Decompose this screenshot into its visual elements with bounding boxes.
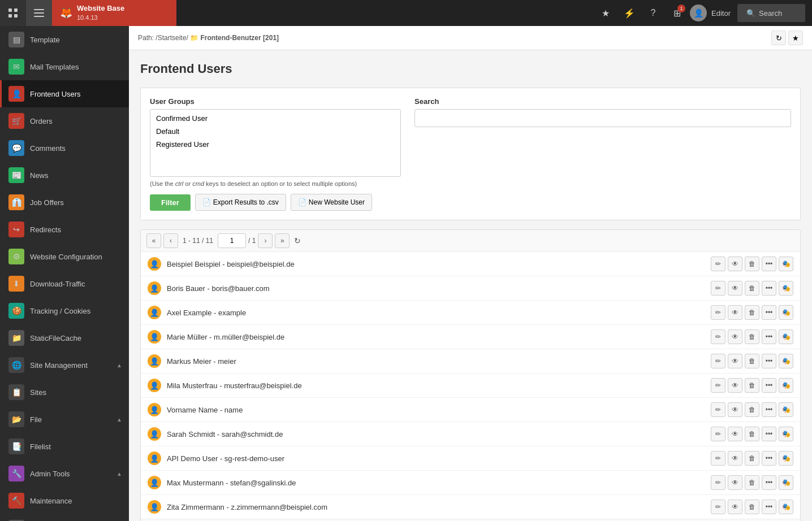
sidebar-item-download-traffic[interactable]: ⬇ Download-Traffic (0, 270, 129, 297)
search-bar[interactable]: 🔍 Search (737, 4, 805, 22)
edit-button[interactable]: ✏ (711, 475, 725, 490)
search-input[interactable] (414, 109, 791, 127)
sidebar-item-filelist[interactable]: 📑 Filelist (0, 433, 129, 460)
impersonate-button[interactable]: 🎭 (779, 427, 793, 441)
sidebar-item-job-offers[interactable]: 👔 Job Offers (0, 189, 129, 216)
sidebar-item-frontend-users[interactable]: 👤 Frontend Users (0, 80, 129, 107)
avatar[interactable]: 👤 (690, 5, 707, 21)
impersonate-button[interactable]: 🎭 (779, 378, 793, 393)
user-groups-select[interactable]: Confirmed User Default Registered User (150, 109, 401, 177)
view-button[interactable]: 👁 (728, 475, 742, 490)
new-user-button[interactable]: 📄 New Website User (291, 194, 372, 211)
edit-button[interactable]: ✏ (711, 500, 725, 514)
edit-button[interactable]: ✏ (711, 281, 725, 296)
view-button[interactable]: 👁 (728, 281, 742, 296)
prev-page-button[interactable]: ‹ (163, 233, 178, 248)
notifications-button[interactable]: ⊞ 1 (666, 2, 688, 24)
more-button[interactable]: ••• (762, 329, 776, 344)
sidebar-item-orders[interactable]: 🛒 Orders (0, 107, 129, 134)
view-button[interactable]: 👁 (728, 451, 742, 466)
delete-button[interactable]: 🗑 (745, 475, 759, 490)
impersonate-button[interactable]: 🎭 (779, 500, 793, 514)
more-button[interactable]: ••• (762, 257, 776, 271)
flash-button[interactable]: ⚡ (619, 2, 640, 24)
sidebar-item-website-configuration[interactable]: ⚙ Website Configuration (0, 243, 129, 270)
table-refresh-button[interactable]: ↻ (294, 236, 301, 245)
view-button[interactable]: 👁 (728, 378, 742, 393)
edit-button[interactable]: ✏ (711, 305, 725, 320)
view-button[interactable]: 👁 (728, 329, 742, 344)
sidebar-item-maintenance[interactable]: 🔨 Maintenance (0, 487, 129, 514)
apps-button[interactable] (0, 0, 26, 26)
help-button[interactable]: ? (642, 2, 664, 24)
impersonate-button[interactable]: 🎭 (779, 257, 793, 271)
bookmark-button[interactable]: ★ (788, 31, 803, 45)
group-option-confirmed[interactable]: Confirmed User (153, 112, 398, 125)
delete-button[interactable]: 🗑 (745, 378, 759, 393)
sidebar-item-redirects[interactable]: ↪ Redirects (0, 216, 129, 243)
delete-button[interactable]: 🗑 (745, 402, 759, 417)
delete-button[interactable]: 🗑 (745, 281, 759, 296)
group-option-default[interactable]: Default (153, 125, 398, 138)
impersonate-button[interactable]: 🎭 (779, 475, 793, 490)
edit-button[interactable]: ✏ (711, 451, 725, 466)
view-button[interactable]: 👁 (728, 427, 742, 441)
view-button[interactable]: 👁 (728, 354, 742, 368)
sidebar-item-site-management[interactable]: 🌐 Site Management ▲ (0, 351, 129, 379)
edit-button[interactable]: ✏ (711, 354, 725, 368)
last-page-button[interactable]: » (275, 233, 290, 248)
delete-button[interactable]: 🗑 (745, 451, 759, 466)
view-button[interactable]: 👁 (728, 402, 742, 417)
group-option-registered[interactable]: Registered User (153, 138, 398, 151)
page-input[interactable] (218, 233, 246, 248)
refresh-button[interactable]: ↻ (771, 31, 786, 45)
more-button[interactable]: ••• (762, 378, 776, 393)
impersonate-button[interactable]: 🎭 (779, 451, 793, 466)
bookmarks-button[interactable]: ★ (595, 2, 616, 24)
delete-button[interactable]: 🗑 (745, 354, 759, 368)
delete-button[interactable]: 🗑 (745, 257, 759, 271)
first-page-button[interactable]: « (146, 233, 161, 248)
delete-button[interactable]: 🗑 (745, 329, 759, 344)
sidebar-item-staticfilecache[interactable]: 📁 StaticFileCache (0, 324, 129, 351)
view-button[interactable]: 👁 (728, 305, 742, 320)
sidebar-item-file[interactable]: 📂 File ▲ (0, 406, 129, 433)
impersonate-button[interactable]: 🎭 (779, 402, 793, 417)
view-button[interactable]: 👁 (728, 500, 742, 514)
menu-toggle[interactable] (26, 0, 52, 26)
more-button[interactable]: ••• (762, 402, 776, 417)
sidebar-item-tracking-cookies[interactable]: 🍪 Tracking / Cookies (0, 297, 129, 324)
delete-button[interactable]: 🗑 (745, 427, 759, 441)
edit-button[interactable]: ✏ (711, 378, 725, 393)
edit-button[interactable]: ✏ (711, 329, 725, 344)
sidebar-item-template[interactable]: ▤ Template (0, 26, 129, 53)
view-button[interactable]: 👁 (728, 257, 742, 271)
delete-button[interactable]: 🗑 (745, 500, 759, 514)
next-page-button[interactable]: › (258, 233, 273, 248)
svg-rect-1 (14, 8, 18, 12)
export-button[interactable]: 📄 Export Results to .csv (195, 194, 286, 211)
impersonate-button[interactable]: 🎭 (779, 305, 793, 320)
more-button[interactable]: ••• (762, 427, 776, 441)
more-button[interactable]: ••• (762, 500, 776, 514)
impersonate-button[interactable]: 🎭 (779, 329, 793, 344)
edit-button[interactable]: ✏ (711, 257, 725, 271)
sidebar-item-news[interactable]: 📰 News (0, 162, 129, 189)
sidebar-item-sites[interactable]: 📋 Sites (0, 379, 129, 406)
filter-button[interactable]: Filter (150, 194, 191, 211)
sidebar-item-admin-tools[interactable]: 🔧 Admin Tools ▲ (0, 460, 129, 487)
sidebar-item-comments[interactable]: 💬 Comments (0, 134, 129, 162)
delete-button[interactable]: 🗑 (745, 305, 759, 320)
impersonate-button[interactable]: 🎭 (779, 354, 793, 368)
more-button[interactable]: ••• (762, 354, 776, 368)
edit-button[interactable]: ✏ (711, 402, 725, 417)
sidebar-item-mail-templates[interactable]: ✉ Mail Templates (0, 53, 129, 80)
sidebar-item-settings[interactable]: ⚙ Settings (0, 514, 129, 521)
more-button[interactable]: ••• (762, 281, 776, 296)
edit-button[interactable]: ✏ (711, 427, 725, 441)
impersonate-button[interactable]: 🎭 (779, 281, 793, 296)
editor-label[interactable]: Editor (711, 9, 731, 18)
more-button[interactable]: ••• (762, 305, 776, 320)
more-button[interactable]: ••• (762, 475, 776, 490)
more-button[interactable]: ••• (762, 451, 776, 466)
